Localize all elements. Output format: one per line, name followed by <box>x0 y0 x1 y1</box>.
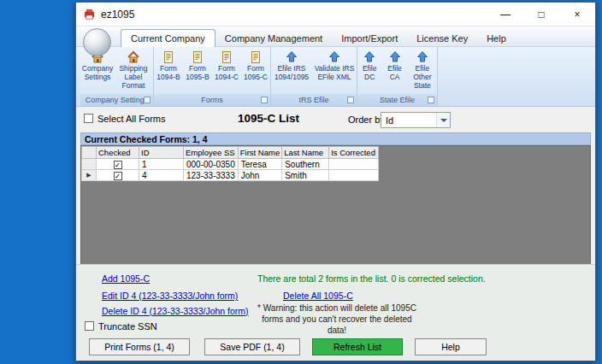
first-name-cell[interactable]: John <box>238 170 281 181</box>
delete-form-link[interactable]: Delete ID 4 (123-33-3333/John form) <box>102 306 249 316</box>
minimize-button[interactable]: — <box>487 3 523 26</box>
table-header-row: Checked ID Employee SS First Name Last N… <box>82 147 379 159</box>
help-button[interactable]: Help <box>415 338 487 355</box>
employee-ss-cell[interactable]: 000-00-0350 <box>184 159 239 170</box>
checkbox-box[interactable] <box>85 321 94 331</box>
ribbon-group-forms: Form 1094-B Form 1095-B <box>154 47 271 106</box>
ribbon-button-label: Efile DC <box>357 65 381 82</box>
row-selector[interactable] <box>82 159 97 170</box>
dialog-launcher-icon[interactable] <box>428 97 434 103</box>
ribbon-button-label: Form 1095-C <box>242 65 270 82</box>
ribbon-group-company-settings: Company Settings Shipping Label Format C… <box>80 47 154 106</box>
column-header-is-corrected[interactable]: Is Corrected <box>329 147 379 159</box>
is-corrected-cell[interactable] <box>329 159 379 170</box>
column-header-checked[interactable]: Checked <box>97 147 139 159</box>
app-icon <box>83 8 96 21</box>
tab-current-company[interactable]: Current Company <box>121 29 215 47</box>
ribbon-button-label: Validate IRS EFile XML <box>313 65 357 82</box>
application-orb[interactable] <box>83 28 111 56</box>
dialog-launcher-icon[interactable] <box>347 97 354 103</box>
table-row[interactable]: ✓ 1 000-00-0350 Teresa Southern <box>82 159 379 170</box>
group-label: State Efile <box>380 96 415 104</box>
group-label: Company Settings <box>86 96 149 104</box>
tab-license-key[interactable]: License Key <box>407 29 477 47</box>
upload-arrow-icon <box>285 50 298 64</box>
form-1094c-button[interactable]: Form 1094-C <box>213 49 241 94</box>
row-checkbox[interactable]: ✓ <box>114 161 122 169</box>
first-name-cell[interactable]: Teresa <box>238 159 281 170</box>
ribbon-button-label: Efile Other State <box>408 65 437 90</box>
id-cell[interactable]: 1 <box>139 159 184 170</box>
tab-import-export[interactable]: Import/Export <box>332 29 407 47</box>
upload-arrow-icon <box>416 50 429 64</box>
efile-irs-button[interactable]: Efile IRS 1094/1095 <box>272 49 312 94</box>
employee-ss-cell[interactable]: 123-33-3333 <box>184 170 239 181</box>
current-checked-forms-text: Current Checked Forms: 1, 4 <box>85 134 208 144</box>
dialog-launcher-icon[interactable] <box>144 97 150 103</box>
form-icon <box>162 50 175 64</box>
checkbox-box[interactable] <box>84 114 93 123</box>
column-header-employee-ss[interactable]: Employee SS <box>184 147 239 159</box>
page-title: 1095-C List <box>204 112 333 125</box>
ribbon-button-label: Company Settings <box>81 65 114 82</box>
maximize-button[interactable]: □ <box>523 3 559 26</box>
checked-cell[interactable]: ✓ <box>97 170 139 181</box>
table-row[interactable]: ▶ ✓ 4 123-33-3333 John Smith <box>82 170 379 181</box>
upload-arrow-icon <box>388 50 402 64</box>
window-title: ez1095 <box>101 9 134 21</box>
checked-cell[interactable]: ✓ <box>97 159 139 170</box>
print-forms-button[interactable]: Print Forms (1, 4) <box>89 338 190 355</box>
title-bar: ez1095 — □ × <box>76 3 595 26</box>
column-header-last-name[interactable]: Last Name <box>282 147 329 159</box>
home-icon <box>127 50 140 64</box>
form-icon <box>191 50 204 64</box>
forms-summary-text: There are total 2 forms in the list. 0 i… <box>257 273 486 284</box>
tab-company-management[interactable]: Company Management <box>215 29 332 47</box>
ribbon-button-label: Form 1094-B <box>155 65 183 82</box>
forms-grid-area: Checked ID Employee SS First Name Last N… <box>80 145 591 266</box>
group-label: Forms <box>201 96 223 104</box>
chevron-down-icon <box>436 113 450 127</box>
column-header-first-name[interactable]: First Name <box>238 147 281 159</box>
shipping-label-format-button[interactable]: Shipping Label Format <box>115 49 152 94</box>
row-selector-header <box>82 147 97 159</box>
tab-help[interactable]: Help <box>477 29 516 47</box>
id-cell[interactable]: 4 <box>139 170 184 181</box>
ribbon-button-label: Efile CA <box>382 65 406 82</box>
ribbon-button-label: Efile IRS 1094/1095 <box>272 65 312 82</box>
refresh-list-button[interactable]: Refresh List <box>312 338 403 355</box>
upload-arrow-icon <box>363 50 376 64</box>
save-pdf-button[interactable]: Save PDF (1, 4) <box>204 338 300 355</box>
delete-all-1095c-link[interactable]: Delete All 1095-C <box>283 291 353 301</box>
ribbon-tab-strip: Current Company Company Management Impor… <box>76 26 595 47</box>
validate-irs-efile-xml-button[interactable]: Validate IRS EFile XML <box>313 49 357 94</box>
form-1095c-button[interactable]: Form 1095-C <box>242 49 270 94</box>
last-name-cell[interactable]: Smith <box>282 170 329 181</box>
form-1095b-button[interactable]: Form 1095-B <box>184 49 212 94</box>
order-by-value: Id <box>386 115 393 126</box>
truncate-ssn-checkbox[interactable]: Truncate SSN <box>85 321 157 332</box>
select-all-forms-label: Select All Forms <box>97 114 165 124</box>
upload-arrow-icon <box>328 50 341 64</box>
order-by-dropdown[interactable]: Id <box>381 112 451 128</box>
is-corrected-cell[interactable] <box>329 170 379 181</box>
forms-table: Checked ID Employee SS First Name Last N… <box>81 146 379 181</box>
efile-other-state-button[interactable]: Efile Other State <box>408 49 437 94</box>
select-all-forms-checkbox[interactable]: Select All Forms <box>84 114 165 124</box>
efile-ca-button[interactable]: Efile CA <box>382 49 406 94</box>
edit-form-link[interactable]: Edit ID 4 (123-33-3333/John form) <box>102 291 238 301</box>
app-window: ez1095 — □ × Current Company Company Man… <box>75 2 596 361</box>
form-1094b-button[interactable]: Form 1094-B <box>155 49 183 94</box>
row-selector[interactable]: ▶ <box>82 170 97 181</box>
ribbon-group-state-efile: Efile DC Efile CA Efile Other State Stat… <box>357 47 438 106</box>
order-by-label: Order by <box>348 114 385 125</box>
efile-dc-button[interactable]: Efile DC <box>357 49 381 94</box>
actions-panel: Add 1095-C There are total 2 forms in th… <box>76 264 595 361</box>
dialog-launcher-icon[interactable] <box>261 97 268 103</box>
form-icon <box>220 50 233 64</box>
add-1095c-link[interactable]: Add 1095-C <box>102 273 150 284</box>
column-header-id[interactable]: ID <box>139 147 184 159</box>
last-name-cell[interactable]: Southern <box>282 159 329 170</box>
close-button[interactable]: × <box>559 3 595 26</box>
row-checkbox[interactable]: ✓ <box>114 172 122 180</box>
